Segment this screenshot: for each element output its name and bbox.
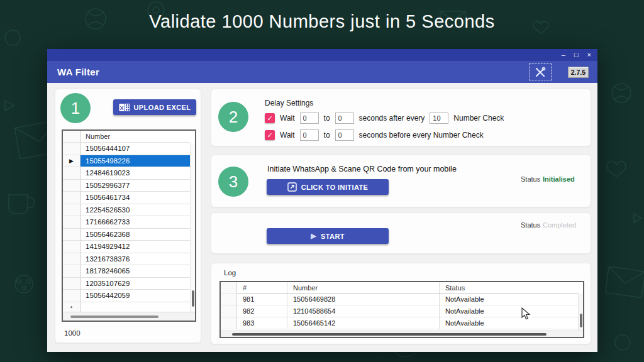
log-column-number: Number <box>287 282 440 293</box>
upload-section-card: 1 X UPLOAD EXCEL Number 15056444107 <box>55 89 201 343</box>
settings-tools-button[interactable] <box>529 63 552 80</box>
numbers-column-header: Number <box>80 131 190 143</box>
click-to-initiate-label: CLICK TO INITIATE <box>301 184 369 191</box>
wait-after-checkbox[interactable]: ✓ <box>265 113 275 123</box>
delay-row-after: ✓ Wait to seconds after every Number Che… <box>265 112 504 124</box>
horizontal-scrollbar-thumb[interactable] <box>70 315 158 319</box>
wait-label: Wait <box>280 131 295 140</box>
vertical-scrollbar-thumb[interactable] <box>192 290 194 307</box>
click-to-initiate-button[interactable]: CLICK TO INITIATE <box>267 179 389 195</box>
table-row[interactable]: 12484619023 <box>63 167 195 180</box>
vertical-scrollbar[interactable] <box>190 143 195 312</box>
initiate-instruction: Initiate WhatsApp & Scane QR Code from y… <box>267 165 457 173</box>
table-row[interactable]: 15056442059 <box>63 290 195 302</box>
initiate-status-value: Initialised <box>543 175 575 183</box>
step-3-badge: 3 <box>218 167 248 197</box>
initiate-section-card: 3 Initiate WhatsApp & Scane QR Code from… <box>211 155 591 207</box>
table-row[interactable]: 13216738376 <box>63 253 195 266</box>
selected-row-marker-icon: ▶ <box>63 155 80 168</box>
step-2-badge: 2 <box>218 102 248 132</box>
app-header: WA Filter 2.7.5 <box>47 61 597 83</box>
upload-excel-button[interactable]: X UPLOAD EXCEL <box>113 99 196 115</box>
play-icon: ▶ <box>311 232 316 240</box>
start-label: START <box>321 233 345 240</box>
check-icon: ✓ <box>267 114 272 123</box>
wait-before-to-input[interactable] <box>335 129 354 141</box>
log-horizontal-scrollbar-thumb[interactable] <box>232 333 547 336</box>
start-button[interactable]: ▶ START <box>267 228 389 244</box>
table-row[interactable]: 15056444107 <box>63 143 195 155</box>
numbers-table-header: Number <box>63 131 195 143</box>
log-table-header: # Number Status <box>221 282 583 293</box>
log-vertical-scrollbar-thumb[interactable] <box>580 314 582 327</box>
table-row[interactable]: 18178246065 <box>63 265 195 278</box>
table-row[interactable]: 12254526530 <box>63 204 195 217</box>
row-header-cell <box>63 131 80 143</box>
table-row[interactable]: 12035107629 <box>63 278 195 290</box>
log-title: Log <box>224 269 236 277</box>
to-label: to <box>324 114 330 123</box>
wait-after-from-input[interactable] <box>300 112 319 124</box>
tools-icon <box>534 67 547 78</box>
step-1-badge: 1 <box>60 93 91 123</box>
table-row[interactable]: 15056462368 <box>63 229 195 241</box>
wait-after-to-input[interactable] <box>335 112 354 124</box>
wait-before-from-input[interactable] <box>300 129 319 141</box>
page-title: Validate 1000 Numbers just in 5 Seconds <box>0 11 644 32</box>
delay-settings-title: Delay Settings <box>265 99 313 107</box>
table-row-selected[interactable]: ▶15055498226 <box>63 155 195 168</box>
delay-settings-card: 2 Delay Settings ✓ Wait to seconds after… <box>211 89 591 146</box>
check-icon: ✓ <box>267 131 272 140</box>
mouse-cursor <box>521 307 531 321</box>
start-section-card: ▶ START Status Completed <box>211 212 591 254</box>
numbers-table[interactable]: Number 15056444107 ▶15055498226 12484619… <box>62 129 196 322</box>
log-column-status: Status <box>440 282 578 293</box>
log-vertical-scrollbar[interactable] <box>578 293 583 331</box>
table-row[interactable]: 17166662733 <box>63 216 195 229</box>
initiate-status-label: Status <box>521 175 540 183</box>
number-check-label: Number Check <box>453 114 504 123</box>
to-label: to <box>324 131 330 140</box>
row-header-cell <box>221 282 237 293</box>
upload-excel-label: UPLOAD EXCEL <box>134 104 191 111</box>
window-titlebar: – □ × <box>47 49 597 61</box>
excel-icon: X <box>119 103 130 112</box>
start-status-label: Status <box>521 221 540 229</box>
app-window: – □ × WA Filter 2.7.5 1 X <box>47 49 597 352</box>
version-badge: 2.7.5 <box>568 67 589 78</box>
table-row[interactable]: 14194929412 <box>63 241 195 253</box>
row-count-label: 1000 <box>64 329 80 337</box>
minimize-button[interactable]: – <box>562 52 565 58</box>
table-row[interactable]: 15052996377 <box>63 180 195 192</box>
maximize-button[interactable]: □ <box>574 52 579 58</box>
window-content: 1 X UPLOAD EXCEL Number 15056444107 <box>47 83 597 352</box>
log-horizontal-scrollbar[interactable] <box>221 331 583 337</box>
log-column-num: # <box>237 282 287 293</box>
before-every-label: seconds before every Number Check <box>359 131 484 140</box>
table-row[interactable]: 15056461734 <box>63 192 195 204</box>
open-external-icon <box>287 182 297 192</box>
start-status-value: Completed <box>543 221 576 229</box>
every-count-input[interactable] <box>430 112 448 124</box>
wait-label: Wait <box>280 114 295 123</box>
log-section-card: Log # Number Status 981 15056469828 NotA… <box>211 263 591 344</box>
wait-before-checkbox[interactable]: ✓ <box>265 130 275 140</box>
log-row[interactable]: 981 15056469828 NotAvailable <box>221 293 583 305</box>
after-every-label: seconds after every <box>359 114 425 123</box>
close-button[interactable]: × <box>587 52 591 58</box>
horizontal-scrollbar[interactable] <box>63 312 195 321</box>
delay-row-before: ✓ Wait to seconds before every Number Ch… <box>265 129 484 141</box>
svg-text:X: X <box>119 104 123 111</box>
app-title: WA Filter <box>57 67 99 77</box>
